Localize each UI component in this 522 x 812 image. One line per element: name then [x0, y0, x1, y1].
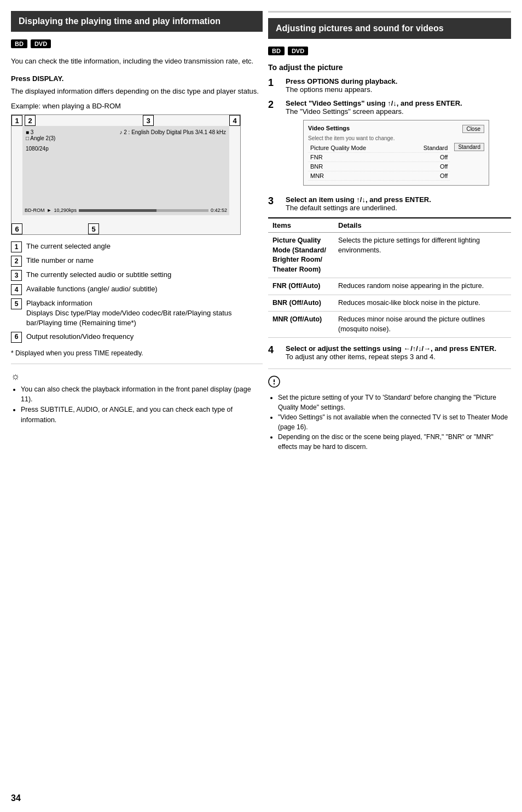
audio-display: ♪ 2 : English Dolby Digital Plus 3/4.1 4…: [119, 129, 226, 135]
item-num-5: 5: [11, 298, 22, 309]
list-item: 5 Playback information Displays Disc typ…: [11, 298, 263, 329]
video-settings-dialog: Video Settings Close Select the item you…: [303, 120, 489, 186]
num-label-6: 6: [11, 223, 22, 234]
item-num-4: 4: [11, 284, 22, 295]
list-item: 6 Output resolution/Video frequency: [11, 332, 263, 343]
step-num-2: 2: [268, 99, 280, 111]
table-item-2: BNR (Off/Auto): [268, 295, 334, 312]
dialog-row-3: MNR Off: [308, 171, 450, 181]
resolution-display: 1080/24p: [26, 146, 49, 152]
step-3-sub: The default settings are underlined.: [286, 204, 431, 212]
item-num-6: 6: [11, 332, 22, 343]
info-table: Items Details Picture Quality Mode (Stan…: [268, 217, 511, 338]
dialog-value-0: Standard: [424, 145, 448, 151]
step-1-text: Press OPTIONS during playback. The optio…: [286, 77, 397, 94]
player-screenshot: 1 2 3 4 ■ 3 □ Angle 2(3) 1080/24p ♪ 2 : …: [11, 114, 241, 235]
step-4-main: Select or adjust the settings using ←/↑/…: [286, 344, 496, 353]
left-badge-bd: BD: [11, 39, 27, 48]
item-text-4: Available functions (angle/ audio/ subti…: [26, 284, 158, 294]
table-detail-1: Reduces random noise appearing in the pi…: [334, 278, 511, 295]
note-item-2: Depending on the disc or the scene being…: [278, 432, 511, 452]
note-item-0: Set the picture setting of your TV to 'S…: [278, 393, 511, 412]
num-label-4: 4: [229, 115, 240, 126]
play-status-label: ►: [47, 208, 52, 213]
right-subsection-title: To adjust the picture: [268, 63, 511, 72]
left-section: Displaying the playing time and play inf…: [11, 11, 263, 801]
step-2-main: Select "Video Settings" using ↑/↓, and p…: [286, 99, 489, 107]
table-row: FNR (Off/Auto) Reduces random noise appe…: [268, 278, 511, 295]
bit-rate-label: 10,290kps: [54, 208, 77, 213]
step-num-1: 1: [268, 77, 280, 89]
step-2: 2 Select "Video Settings" using ↑/↓, and…: [268, 99, 511, 190]
angle-main: ■ 3: [26, 129, 55, 135]
item-text-1: The current selected angle: [26, 241, 111, 251]
dialog-standard-button[interactable]: Standard: [454, 143, 484, 151]
item-text-6: Output resolution/Video frequency: [26, 332, 134, 342]
table-item-3: MNR (Off/Auto): [268, 312, 334, 338]
left-badge-row: BD DVD: [11, 39, 263, 48]
step-2-sub: The "Video Settings" screen appears.: [286, 107, 489, 116]
time-label: 0:42:52: [211, 208, 227, 213]
table-detail-2: Reduces mosaic-like block noise in the p…: [334, 295, 511, 312]
step-3: 3 Select an item using ↑/↓, and press EN…: [268, 195, 511, 212]
dialog-title: Video Settings: [308, 125, 350, 131]
item-text-2: Title number or name: [26, 256, 94, 266]
table-row: MNR (Off/Auto) Reduces minor noise aroun…: [268, 312, 511, 338]
table-col1: Items: [268, 218, 334, 233]
table-item-0: Picture Quality Mode (Standard/ Brighter…: [268, 233, 334, 278]
dialog-value-1: Off: [440, 154, 448, 160]
right-divider: [268, 368, 511, 369]
dialog-row-0: Picture Quality Mode Standard: [308, 143, 450, 153]
tip-block: ☼ You can also check the playback inform…: [11, 371, 263, 425]
table-row: BNR (Off/Auto) Reduces mosaic-like block…: [268, 295, 511, 312]
table-detail-0: Selects the picture settings for differe…: [334, 233, 511, 278]
list-item: 2 Title number or name: [11, 256, 263, 267]
num-label-2: 2: [25, 115, 36, 126]
tip-item-2: Press SUBTITLE, AUDIO, or ANGLE, and you…: [21, 405, 263, 425]
left-section-title: Displaying the playing time and play inf…: [11, 11, 263, 32]
left-intro-text: You can check the title information, inc…: [11, 56, 263, 67]
item-list: 1 The current selected angle 2 Title num…: [11, 241, 263, 343]
right-section-title: Adjusting pictures and sound for videos: [268, 18, 511, 39]
right-section: Adjusting pictures and sound for videos …: [268, 11, 511, 801]
dialog-label-0: Picture Quality Mode: [310, 145, 366, 151]
dialog-row-1: FNR Off: [308, 153, 450, 162]
dialog-close-button[interactable]: Close: [462, 125, 484, 133]
step-2-text: Select "Video Settings" using ↑/↓, and p…: [286, 99, 489, 190]
note-icon: [268, 376, 511, 390]
dialog-label-3: MNR: [310, 172, 324, 179]
list-item: 1 The current selected angle: [11, 241, 263, 252]
num-label-5: 5: [88, 223, 99, 234]
angle-sub: □ Angle 2(3): [26, 135, 55, 141]
table-col2: Details: [334, 218, 511, 233]
angle-display: ■ 3 □ Angle 2(3): [26, 129, 55, 141]
num-label-3: 3: [143, 115, 154, 126]
note-svg-icon: [268, 376, 280, 388]
num-label-1: 1: [11, 115, 22, 126]
note-block: Set the picture setting of your TV to 'S…: [268, 376, 511, 452]
note-item-1: "Video Settings" is not available when t…: [278, 412, 511, 432]
dialog-row-2: BNR Off: [308, 162, 450, 171]
item-num-2: 2: [11, 256, 22, 267]
dialog-select-label: Select the item you want to change.: [308, 135, 484, 141]
progress-area: BD-ROM ► 10,290kps 0:42:52: [25, 208, 227, 213]
table-detail-3: Reduces minor noise around the picture o…: [334, 312, 511, 338]
progress-bar: [79, 209, 208, 212]
note-list: Set the picture setting of your TV to 'S…: [268, 393, 511, 452]
right-badge-bd: BD: [268, 47, 285, 55]
step-1-main: Press OPTIONS during playback.: [286, 77, 397, 85]
disc-type-label: BD-ROM: [25, 208, 45, 213]
step-num-4: 4: [268, 344, 280, 356]
table-row: Picture Quality Mode (Standard/ Brighter…: [268, 233, 511, 278]
table-item-1: FNR (Off/Auto): [268, 278, 334, 295]
progress-fill: [79, 209, 156, 212]
step-3-text: Select an item using ↑/↓, and press ENTE…: [286, 195, 431, 212]
right-badge-row: BD DVD: [268, 47, 511, 55]
dialog-label-1: FNR: [310, 154, 323, 160]
step-1: 1 Press OPTIONS during playback. The opt…: [268, 77, 511, 94]
item-num-3: 3: [11, 270, 22, 281]
item-text-3: The currently selected audio or subtitle…: [26, 270, 171, 280]
step-3-main: Select an item using ↑/↓, and press ENTE…: [286, 195, 431, 204]
list-item: 3 The currently selected audio or subtit…: [11, 270, 263, 281]
left-badge-dvd: DVD: [31, 39, 51, 48]
